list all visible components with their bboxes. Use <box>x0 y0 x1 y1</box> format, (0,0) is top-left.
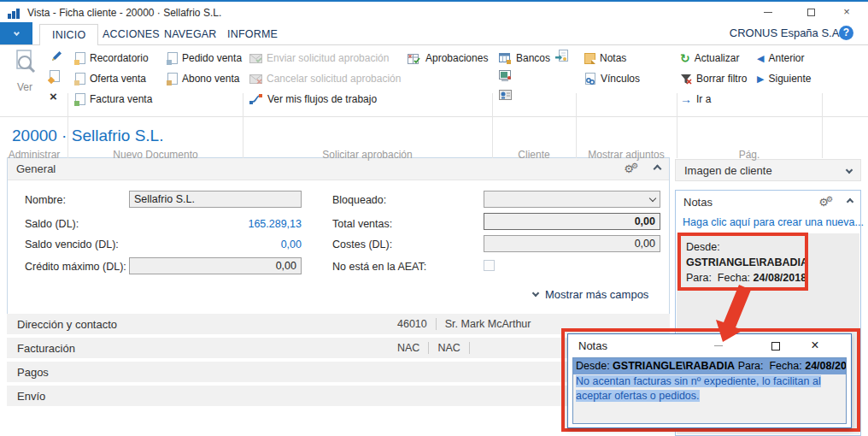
group-label-nuevo-documento: Nuevo Documento <box>68 149 243 161</box>
refresh-icon: ↻ <box>680 52 690 64</box>
group-label-administrar: Administrar <box>0 149 68 161</box>
fasttab-preview: NAC <box>429 342 468 354</box>
sales-invoice-icon <box>75 93 85 105</box>
siguiente-button[interactable]: ▶ Siguiente <box>757 70 812 87</box>
general-section: General ⚙⚙ Nombre: Sellafrio S.L. Saldo … <box>7 157 670 317</box>
oferta-venta-button[interactable]: Oferta venta <box>75 70 146 87</box>
page-title: 20000 · Sellafrio S.L. <box>12 127 163 145</box>
statistics-icon <box>499 70 513 81</box>
approvals-icon <box>408 52 421 64</box>
send-approval-icon <box>249 54 262 63</box>
ver-flujos-button[interactable]: Ver mis flujos de trabajo <box>249 91 377 108</box>
edit-button[interactable] <box>50 50 63 67</box>
links-icon <box>584 73 596 85</box>
group-label-adjuntos: Mostrar adjuntos <box>576 149 677 161</box>
abono-venta-button[interactable]: Abono venta <box>167 70 239 87</box>
new-button[interactable] <box>50 70 60 85</box>
bancos-button[interactable]: Bancos <box>499 50 550 67</box>
bank-accounts-icon <box>499 53 512 64</box>
notas-factbox-header: Notas ⚙⚙ <box>676 191 860 213</box>
reminder-icon <box>75 52 85 64</box>
close-icon[interactable]: × <box>804 337 826 354</box>
saldo-value[interactable]: 165.289,13 <box>216 218 302 230</box>
actualizar-button[interactable]: ↻ Actualizar <box>680 50 739 67</box>
sales-order-icon <box>167 52 178 64</box>
pedido-venta-button[interactable]: Pedido venta <box>167 50 242 67</box>
apply-template-button[interactable] <box>555 50 569 66</box>
notes-popup-window: Notas × Desde: GSTRIANGLE\RABADIA Para: … <box>567 333 852 428</box>
contact-button[interactable] <box>499 89 513 104</box>
cancel-approval-icon <box>249 74 262 84</box>
contact-icon <box>499 90 513 101</box>
minimize-icon[interactable] <box>707 337 730 354</box>
anterior-button[interactable]: ◀ Anterior <box>757 50 805 67</box>
show-more-fields-link[interactable]: Mostrar más campos <box>533 288 648 301</box>
pencil-icon <box>50 50 63 63</box>
ribbon: Ver × Administrar Recordatorio Oferta ve… <box>0 44 868 117</box>
window-title: Vista - Ficha cliente - 20000 · Sellafri… <box>27 7 221 19</box>
total-ventas-field[interactable]: 0,00 <box>484 213 660 230</box>
minimize-icon[interactable] <box>755 2 781 22</box>
sales-credit-memo-icon <box>167 73 178 85</box>
ir-a-button[interactable]: → Ir a <box>680 91 711 108</box>
recordatorio-button[interactable]: Recordatorio <box>75 50 149 67</box>
cancelar-solicitud-button[interactable]: Cancelar solicitud aprobación <box>249 70 401 87</box>
maximize-icon[interactable] <box>765 337 787 354</box>
app-menu-button[interactable] <box>0 22 32 45</box>
aeat-checkbox[interactable] <box>484 260 495 271</box>
credito-field[interactable]: 0,00 <box>129 257 302 274</box>
group-label-solicitar: Solicitar aprobación <box>243 149 492 161</box>
new-document-icon <box>50 70 60 82</box>
notes-icon <box>584 53 595 64</box>
tab-informe[interactable]: INFORME <box>215 24 290 44</box>
saldo-label: Saldo (DL): <box>25 218 79 230</box>
previous-icon: ◀ <box>757 54 764 63</box>
group-label-pag: Pág. <box>677 149 822 161</box>
saldo-vencido-value[interactable]: 0,00 <box>216 239 302 250</box>
view-button[interactable]: Ver <box>5 49 44 103</box>
note-item[interactable]: Desde: GSTRIANGLE\RABADIA Para: Fecha: 2… <box>683 237 812 288</box>
fasttab-preview: Sr. Mark McArthur <box>437 318 540 330</box>
saldo-vencido-label: Saldo vencido (DL): <box>25 239 119 250</box>
maximize-icon[interactable] <box>798 2 824 22</box>
vinculos-button[interactable]: Vínculos <box>584 70 640 87</box>
workflows-icon <box>249 94 263 104</box>
company-name[interactable]: CRONUS España S.A. <box>730 27 842 39</box>
note-text-area[interactable]: Desde: GSTRIANGLE\RABADIA Para: Fecha: 2… <box>572 357 847 424</box>
factbox-imagen-cliente[interactable]: Imagen de cliente <box>675 159 861 181</box>
app-chart-icon <box>8 6 21 19</box>
nombre-field[interactable]: Sellafrio S.L. <box>129 191 302 208</box>
gear-icon[interactable]: ⚙⚙ <box>818 197 836 208</box>
chevron-down-icon <box>13 29 19 35</box>
chevron-up-icon[interactable] <box>654 165 662 174</box>
aprobaciones-button[interactable]: Aprobaciones <box>408 50 488 67</box>
aeat-label: No está en la AEAT: <box>332 261 426 273</box>
general-header[interactable]: General ⚙⚙ <box>8 158 669 180</box>
borrar-filtro-button[interactable]: Borrar filtro <box>680 70 747 87</box>
group-label-cliente: Cliente <box>492 149 576 161</box>
costes-field[interactable]: 0,00 <box>484 235 660 252</box>
apply-template-icon <box>555 50 569 62</box>
fasttab-preview: 46010 <box>389 318 436 330</box>
tab-inicio[interactable]: INICIO <box>39 24 98 45</box>
factura-venta-button[interactable]: Factura venta <box>75 91 152 108</box>
notas-button[interactable]: Notas <box>584 50 626 67</box>
help-icon[interactable]: ? <box>839 26 853 40</box>
statistics-button[interactable] <box>499 69 513 85</box>
total-ventas-label: Total ventas: <box>332 218 392 230</box>
fasttab-direccion[interactable]: Dirección y contacto 46010 Sr. Mark McAr… <box>7 314 670 334</box>
gear-icon[interactable]: ⚙⚙ <box>624 163 641 174</box>
enviar-solicitud-button[interactable]: Enviar solicitud aprobación <box>249 50 389 67</box>
bloqueado-label: Bloqueado: <box>332 194 386 206</box>
chevron-down-icon <box>846 167 853 174</box>
create-note-link[interactable]: Haga clic aquí para crear una nueva... <box>676 213 860 233</box>
sales-quote-icon <box>75 73 85 85</box>
view-icon <box>12 49 38 80</box>
ribbon-separator <box>822 93 823 158</box>
app-window: Vista - Ficha cliente - 20000 · Sellafri… <box>0 0 868 436</box>
bloqueado-dropdown[interactable] <box>484 191 660 208</box>
nombre-label: Nombre: <box>25 194 66 206</box>
close-icon[interactable]: × <box>834 2 859 22</box>
delete-button[interactable]: × <box>50 89 57 103</box>
chevron-up-icon[interactable] <box>847 198 853 205</box>
